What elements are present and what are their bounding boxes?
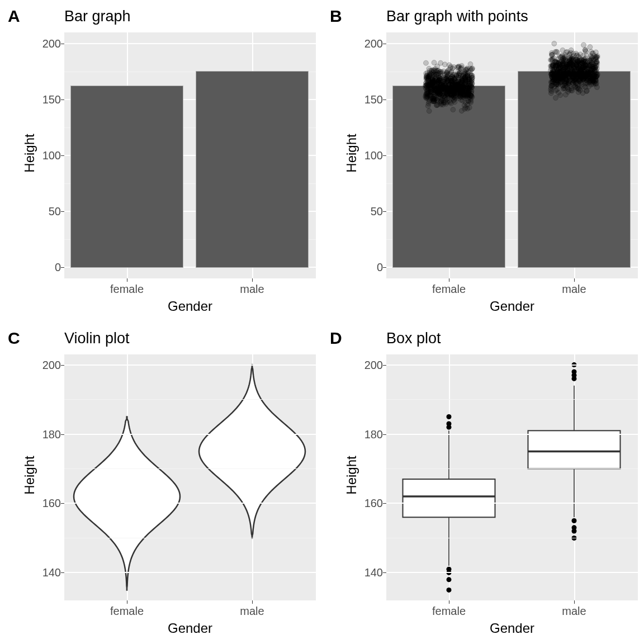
svg-point-757 bbox=[468, 72, 473, 77]
svg-point-1607 bbox=[447, 567, 452, 572]
svg-point-1516 bbox=[593, 50, 598, 55]
svg-point-778 bbox=[431, 88, 436, 93]
svg-point-796 bbox=[429, 72, 434, 77]
svg-point-1578 bbox=[576, 89, 581, 94]
panel-tag-d: D bbox=[330, 329, 342, 348]
svg-point-766 bbox=[444, 69, 449, 74]
svg-point-1575 bbox=[556, 65, 561, 70]
svg-point-359 bbox=[451, 107, 456, 112]
svg-point-1585 bbox=[594, 74, 599, 79]
panel-tag-c: C bbox=[8, 329, 20, 348]
svg-point-1594 bbox=[583, 59, 588, 64]
svg-point-1043 bbox=[558, 93, 563, 98]
svg-point-1551 bbox=[549, 84, 554, 89]
svg-point-1587 bbox=[560, 75, 565, 80]
xlabel-b: Gender bbox=[490, 299, 534, 314]
svg-point-1574 bbox=[565, 70, 570, 75]
panel-a: A Bar graph Height Gender 050100150200fe… bbox=[0, 0, 322, 322]
violin-svg bbox=[64, 354, 316, 600]
svg-point-1191 bbox=[584, 89, 589, 94]
panel-title-d: Box plot bbox=[386, 330, 441, 347]
panel-tag-a: A bbox=[8, 7, 20, 26]
svg-point-784 bbox=[466, 77, 471, 82]
svg-point-1549 bbox=[575, 81, 580, 86]
svg-point-1590 bbox=[552, 74, 557, 79]
svg-point-1583 bbox=[576, 58, 581, 63]
bar-male bbox=[196, 72, 308, 267]
svg-point-862 bbox=[588, 45, 593, 50]
svg-point-603 bbox=[427, 108, 432, 113]
svg-point-1564 bbox=[571, 75, 576, 80]
svg-point-768 bbox=[459, 84, 464, 89]
svg-point-1296 bbox=[552, 41, 557, 46]
violin-male bbox=[199, 365, 305, 538]
ylabel-b: Height bbox=[344, 134, 359, 172]
svg-point-799 bbox=[429, 77, 434, 82]
svg-point-767 bbox=[466, 91, 471, 96]
svg-point-1453 bbox=[589, 58, 594, 63]
svg-rect-1613 bbox=[528, 430, 621, 468]
svg-point-1598 bbox=[590, 80, 595, 86]
svg-point-752 bbox=[435, 102, 440, 107]
svg-point-1584 bbox=[589, 72, 594, 77]
svg-point-723 bbox=[462, 103, 467, 108]
plot-area-b: 050100150200femalemale bbox=[386, 32, 638, 278]
svg-point-797 bbox=[443, 89, 448, 94]
xlabel-c: Gender bbox=[168, 621, 212, 636]
svg-point-1519 bbox=[593, 55, 598, 60]
svg-point-1605 bbox=[447, 577, 452, 582]
plot-area-a: 050100150200femalemale bbox=[64, 32, 316, 278]
panel-tag-b: B bbox=[330, 7, 342, 26]
svg-point-1610 bbox=[447, 414, 452, 419]
svg-point-764 bbox=[424, 94, 429, 99]
bar-female bbox=[71, 86, 183, 267]
svg-point-780 bbox=[458, 66, 463, 71]
svg-point-1599 bbox=[594, 63, 599, 68]
svg-point-1597 bbox=[569, 60, 574, 65]
svg-point-1588 bbox=[560, 53, 565, 58]
panel-b: B Bar graph with points Height Gender 05… bbox=[322, 0, 644, 322]
svg-point-1595 bbox=[584, 72, 589, 77]
points-svg bbox=[386, 32, 638, 278]
svg-point-1618 bbox=[572, 518, 577, 523]
panel-c: C Violin plot Height Gender 140160180200… bbox=[0, 322, 322, 644]
ylabel-a: Height bbox=[22, 134, 37, 172]
panel-d: D Box plot Height Gender 140160180200fem… bbox=[322, 322, 644, 644]
svg-point-1546 bbox=[574, 51, 579, 56]
plot-area-c: 140160180200femalemale bbox=[64, 354, 316, 600]
svg-point-1596 bbox=[558, 80, 563, 86]
panel-title-a: Bar graph bbox=[64, 8, 131, 25]
svg-point-1468 bbox=[553, 96, 558, 101]
svg-point-782 bbox=[449, 92, 454, 97]
svg-point-920 bbox=[581, 42, 586, 48]
plot-area-d: 140160180200femalemale bbox=[386, 354, 638, 600]
svg-point-1562 bbox=[552, 69, 557, 74]
svg-point-1576 bbox=[550, 52, 555, 57]
svg-point-612 bbox=[448, 64, 453, 69]
ylabel-c: Height bbox=[22, 456, 37, 494]
svg-point-794 bbox=[446, 83, 451, 88]
svg-point-1472 bbox=[569, 48, 574, 53]
svg-point-789 bbox=[460, 78, 465, 83]
svg-point-1604 bbox=[447, 588, 452, 593]
svg-point-478 bbox=[438, 60, 443, 65]
svg-rect-1602 bbox=[403, 479, 495, 517]
box-svg bbox=[386, 354, 638, 600]
svg-point-798 bbox=[452, 83, 457, 88]
xlabel-d: Gender bbox=[490, 621, 534, 636]
svg-point-1474 bbox=[560, 48, 565, 53]
panel-title-b: Bar graph with points bbox=[386, 8, 528, 25]
panel-title-c: Violin plot bbox=[64, 330, 130, 347]
svg-point-793 bbox=[439, 82, 444, 87]
ylabel-d: Height bbox=[344, 456, 359, 494]
svg-point-1566 bbox=[584, 53, 589, 58]
svg-point-446 bbox=[423, 60, 428, 65]
xlabel-a: Gender bbox=[168, 299, 212, 314]
svg-point-713 bbox=[468, 61, 473, 67]
svg-point-1593 bbox=[579, 69, 584, 74]
svg-point-795 bbox=[436, 94, 441, 99]
svg-point-1621 bbox=[572, 369, 577, 374]
svg-point-1617 bbox=[572, 525, 577, 530]
svg-point-765 bbox=[468, 83, 473, 88]
svg-point-785 bbox=[427, 83, 432, 88]
